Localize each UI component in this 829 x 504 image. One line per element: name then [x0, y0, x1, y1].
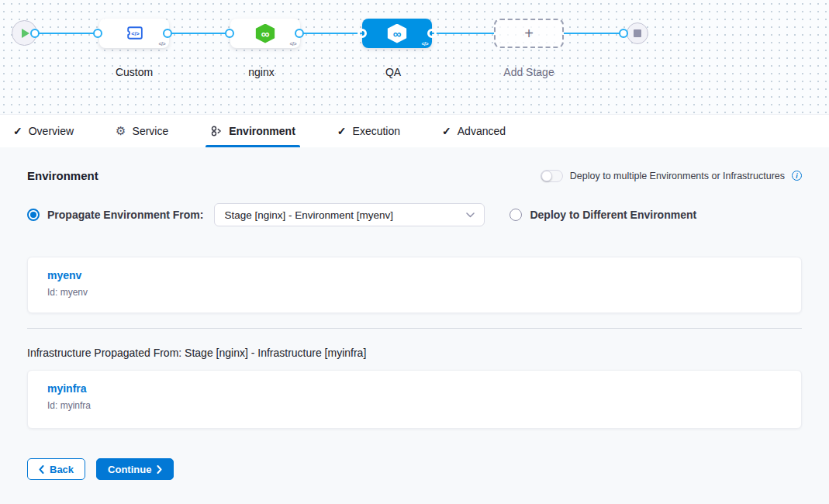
code-badge-icon: </>	[421, 41, 428, 47]
tab-label: Overview	[29, 125, 74, 137]
chevron-down-icon	[466, 212, 475, 218]
stage-label-qa: QA	[358, 66, 428, 78]
check-icon: ✓	[13, 125, 22, 137]
environment-name-link[interactable]: myenv	[47, 269, 782, 281]
stage-tab-bar: ✓ Overview ⚙ Service Environment ✓ Execu…	[0, 114, 829, 147]
pipeline-edge	[168, 33, 230, 34]
edge-connector	[427, 29, 437, 38]
edge-connector	[295, 29, 304, 38]
back-button[interactable]: Back	[27, 458, 85, 480]
infrastructure-card[interactable]: myinfra Id: myinfra	[27, 370, 802, 429]
pipeline-edge	[564, 33, 623, 34]
deploy-stage-icon: ∞	[387, 24, 408, 43]
infrastructure-id: Id: myinfra	[47, 400, 782, 411]
stage-label-custom: Custom	[99, 66, 169, 78]
stage-label-add-stage: Add Stage	[494, 66, 564, 78]
tab-advanced[interactable]: ✓ Advanced	[440, 115, 507, 147]
propagate-environment-select[interactable]: Stage [nginx] - Environment [myenv]	[214, 203, 485, 226]
propagate-environment-radio[interactable]	[27, 209, 40, 221]
chevron-right-icon	[157, 465, 162, 474]
check-icon: ✓	[442, 125, 451, 137]
different-environment-radio[interactable]	[509, 209, 522, 221]
environment-card[interactable]: myenv Id: myenv	[27, 257, 802, 313]
section-title: Environment	[27, 169, 98, 182]
edge-connector	[619, 29, 628, 38]
multi-environment-toggle-label: Deploy to multiple Environments or Infra…	[570, 171, 785, 181]
edge-connector	[30, 29, 40, 38]
multi-environment-toggle[interactable]	[541, 170, 563, 182]
chevron-left-icon	[39, 465, 44, 474]
select-value: Stage [nginx] - Environment [myenv]	[224, 209, 393, 221]
pipeline-edge	[35, 33, 98, 34]
custom-stage-icon: </>	[124, 23, 145, 44]
tab-environment[interactable]: Environment	[209, 115, 297, 147]
divider	[27, 328, 802, 329]
environment-tab-panel: Environment Deploy to multiple Environme…	[0, 147, 829, 504]
tab-label: Advanced	[458, 125, 506, 137]
code-badge-icon: </>	[289, 41, 296, 47]
deploy-stage-icon: ∞	[255, 24, 276, 43]
edge-connector	[163, 29, 172, 38]
continue-button-label: Continue	[108, 464, 151, 475]
continue-button[interactable]: Continue	[96, 458, 174, 480]
back-button-label: Back	[50, 464, 74, 475]
play-icon	[22, 29, 29, 38]
stage-node-custom[interactable]: </> </>	[99, 19, 169, 48]
pipeline-edge	[432, 33, 494, 34]
stage-node-nginx[interactable]: ∞ </>	[230, 19, 300, 48]
check-icon: ✓	[337, 125, 347, 137]
tab-service[interactable]: ⚙ Service	[114, 115, 170, 147]
pipeline-end-node	[627, 22, 648, 44]
info-icon[interactable]: i	[792, 171, 802, 181]
pipeline-stage-canvas: </> </> ∞ </> ∞ </> + Custom nginx QA Ad…	[0, 0, 829, 114]
edge-connector	[358, 29, 367, 38]
code-badge-icon: </>	[158, 41, 165, 47]
tab-execution[interactable]: ✓ Execution	[336, 115, 402, 147]
tab-label: Execution	[353, 125, 400, 137]
infrastructure-propagated-note: Infrastructure Propagated From: Stage [n…	[27, 347, 802, 359]
infrastructure-name-link[interactable]: myinfra	[47, 382, 782, 395]
edge-connector	[93, 29, 102, 38]
edge-connector	[225, 29, 234, 38]
environment-id: Id: myenv	[47, 287, 782, 298]
tab-label: Environment	[229, 125, 295, 137]
environment-icon	[210, 125, 223, 137]
stop-icon	[634, 29, 641, 37]
stage-label-nginx: nginx	[226, 66, 296, 78]
gear-icon: ⚙	[116, 124, 126, 138]
tab-overview[interactable]: ✓ Overview	[12, 115, 75, 147]
different-environment-label: Deploy to Different Environment	[530, 209, 696, 221]
plus-icon: +	[524, 25, 534, 43]
svg-text:</>: </>	[131, 29, 139, 36]
toggle-knob	[541, 171, 552, 181]
tab-label: Service	[133, 125, 169, 137]
pipeline-edge	[299, 33, 362, 34]
stage-node-qa[interactable]: ∞ </>	[362, 19, 432, 48]
propagate-environment-label: Propagate Environment From:	[47, 209, 203, 221]
add-stage-button[interactable]: +	[494, 19, 564, 48]
